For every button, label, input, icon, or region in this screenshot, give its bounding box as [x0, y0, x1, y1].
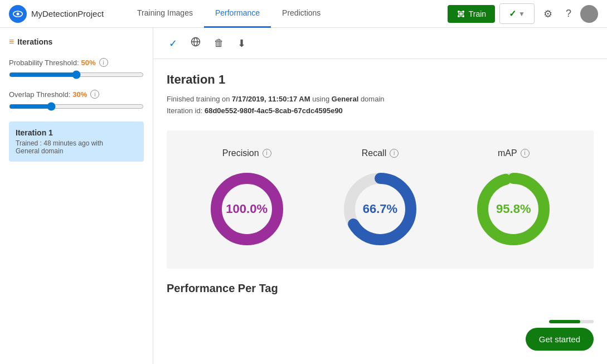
user-avatar[interactable]: [580, 5, 598, 23]
header-actions: Train ✓ ▼ ⚙ ?: [448, 3, 598, 25]
recall-donut: 66.7%: [338, 167, 422, 251]
tab-training-images[interactable]: Training Images: [126, 0, 204, 28]
precision-title: Precision i: [222, 148, 271, 158]
iteration-list-item[interactable]: Iteration 1 Trained : 48 minutes ago wit…: [9, 122, 144, 162]
svg-point-3: [462, 11, 464, 13]
probability-info-icon[interactable]: i: [99, 58, 108, 67]
recall-value: 66.7%: [363, 202, 397, 216]
help-button[interactable]: ?: [561, 3, 576, 24]
tab-performance[interactable]: Performance: [204, 0, 271, 28]
check-button[interactable]: ✓ ▼: [499, 3, 535, 24]
globe-icon[interactable]: [188, 35, 203, 52]
help-icon: ?: [566, 8, 571, 19]
tab-predictions[interactable]: Predictions: [271, 0, 332, 28]
iteration-item-title: Iteration 1: [16, 128, 137, 137]
overlap-threshold-slider[interactable]: [9, 102, 144, 111]
perf-per-tag-title: Performance Per Tag: [167, 282, 594, 295]
iterations-label: Iterations: [17, 37, 52, 46]
train-icon: [457, 9, 465, 18]
iteration-detail-title: Iteration 1: [167, 72, 594, 87]
probability-threshold-slider[interactable]: [9, 70, 144, 79]
get-started-progress-bar: [549, 320, 594, 323]
delete-icon[interactable]: 🗑: [212, 35, 226, 51]
overlap-info-icon[interactable]: i: [90, 90, 99, 99]
get-started-container: Get started: [526, 320, 594, 351]
train-button[interactable]: Train: [448, 5, 495, 23]
settings-button[interactable]: ⚙: [539, 3, 557, 25]
download-icon[interactable]: ⬇: [235, 35, 248, 52]
iteration-detail: Iteration 1 Finished training on 7/17/20…: [153, 59, 607, 308]
svg-point-1: [17, 12, 20, 15]
iteration-item-desc: Trained : 48 minutes ago with General do…: [16, 139, 137, 155]
map-title: mAP i: [498, 148, 530, 158]
recall-card: Recall i 66.7%: [338, 148, 422, 251]
svg-rect-7: [458, 13, 464, 14]
get-started-button[interactable]: Get started: [526, 328, 594, 351]
iteration-meta: Finished training on 7/17/2019, 11:50:17…: [167, 94, 594, 117]
svg-point-2: [458, 11, 460, 13]
precision-value: 100.0%: [226, 202, 268, 216]
check-icon: ✓: [509, 8, 516, 19]
get-started-progress-fill: [549, 320, 580, 323]
probability-threshold-label: Probability Threshold: 50% i: [9, 58, 144, 67]
map-card: mAP i 95.8%: [472, 148, 555, 251]
map-value: 95.8%: [496, 202, 531, 216]
svg-point-4: [458, 15, 460, 17]
layers-icon: ≡: [9, 37, 14, 47]
overlap-threshold-value: 30%: [72, 90, 87, 99]
recall-info-icon[interactable]: i: [390, 149, 399, 158]
content-area: ✓ 🗑 ⬇ Iteration 1 Finished training on 7…: [153, 28, 607, 364]
overlap-threshold-section: Overlap Threshold: 30% i: [9, 90, 144, 113]
nav-tabs: Training Images Performance Predictions: [126, 0, 448, 28]
content-toolbar: ✓ 🗑 ⬇: [153, 28, 607, 59]
probability-threshold-section: Probability Threshold: 50% i: [9, 58, 144, 81]
settings-icon: ⚙: [543, 8, 552, 20]
map-info-icon[interactable]: i: [521, 149, 530, 158]
metrics-row: Precision i 100.0%: [180, 148, 580, 251]
svg-point-5: [462, 15, 464, 17]
project-name: MyDetectionProject: [31, 9, 104, 18]
precision-donut: 100.0%: [205, 167, 289, 251]
main-layout: ≡ Iterations Probability Threshold: 50% …: [0, 28, 607, 364]
precision-card: Precision i 100.0%: [205, 148, 289, 251]
check-dropdown-icon: ▼: [518, 10, 525, 18]
publish-icon[interactable]: ✓: [167, 35, 179, 52]
app-logo-icon: [9, 5, 27, 23]
overlap-threshold-label: Overlap Threshold: 30% i: [9, 90, 144, 99]
precision-info-icon[interactable]: i: [263, 149, 271, 158]
recall-title: Recall i: [362, 148, 399, 158]
metrics-section: Precision i 100.0%: [167, 130, 594, 269]
sidebar: ≡ Iterations Probability Threshold: 50% …: [0, 28, 153, 364]
logo-area: MyDetectionProject: [9, 5, 104, 23]
train-button-label: Train: [469, 9, 486, 18]
header: MyDetectionProject Training Images Perfo…: [0, 0, 607, 28]
probability-threshold-value: 50%: [81, 59, 96, 67]
map-donut: 95.8%: [472, 167, 555, 251]
sidebar-title: ≡ Iterations: [9, 37, 144, 47]
